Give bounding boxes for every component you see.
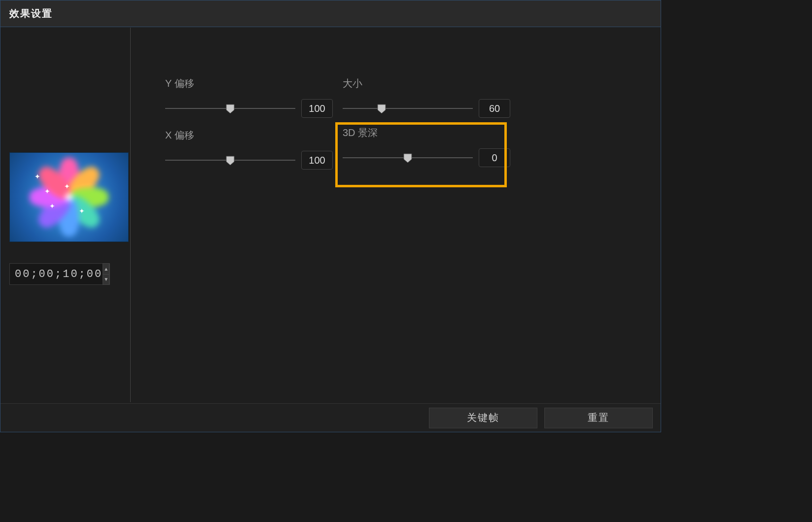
effect-settings-window: 效果设置 ✦ ✦ ✦ ✦ ✦: [0, 0, 661, 432]
param-label: Y 偏移: [165, 77, 333, 90]
slider-thumb-icon[interactable]: [377, 104, 386, 113]
titlebar: 效果设置: [0, 0, 661, 27]
y-offset-value[interactable]: 100: [301, 99, 333, 118]
timecode-step-down[interactable]: ▼: [103, 274, 109, 285]
keyframe-button[interactable]: 关键帧: [429, 408, 537, 428]
slider-thumb-icon[interactable]: [226, 156, 235, 165]
x-offset-slider[interactable]: [165, 155, 295, 165]
parameters-panel: Y 偏移 100 X 偏移: [131, 28, 660, 402]
timecode-value: 00;00;10;00: [10, 268, 103, 280]
left-panel: ✦ ✦ ✦ ✦ ✦ 00;00;10;00 ▲ ▼: [1, 28, 131, 402]
param-label: 大小: [343, 77, 510, 90]
param-size: 大小 60: [343, 77, 510, 118]
depth-value[interactable]: 0: [479, 148, 510, 167]
param-label: 3D 景深: [343, 126, 510, 139]
timecode-box[interactable]: 00;00;10;00 ▲ ▼: [9, 263, 110, 285]
slider-thumb-icon[interactable]: [403, 153, 412, 162]
param-3d-depth: 3D 景深 0: [343, 126, 510, 167]
timecode-steppers: ▲ ▼: [103, 263, 109, 285]
depth-slider[interactable]: [343, 153, 473, 163]
param-x-offset: X 偏移 100: [165, 129, 333, 170]
footer-bar: 关键帧 重置: [0, 403, 661, 432]
slider-thumb-icon[interactable]: [226, 104, 235, 113]
preview-thumbnail: ✦ ✦ ✦ ✦ ✦: [9, 152, 129, 242]
timecode-step-up[interactable]: ▲: [103, 263, 109, 274]
x-offset-value[interactable]: 100: [301, 151, 333, 170]
size-value[interactable]: 60: [479, 99, 510, 118]
pinwheel-graphic: [25, 153, 113, 242]
param-label: X 偏移: [165, 129, 333, 142]
size-slider[interactable]: [343, 104, 473, 113]
body-area: ✦ ✦ ✦ ✦ ✦ 00;00;10;00 ▲ ▼ Y 偏移: [1, 28, 660, 402]
reset-button[interactable]: 重置: [544, 408, 653, 428]
y-offset-slider[interactable]: [165, 104, 295, 113]
window-title: 效果设置: [9, 7, 53, 20]
param-y-offset: Y 偏移 100: [165, 77, 333, 118]
